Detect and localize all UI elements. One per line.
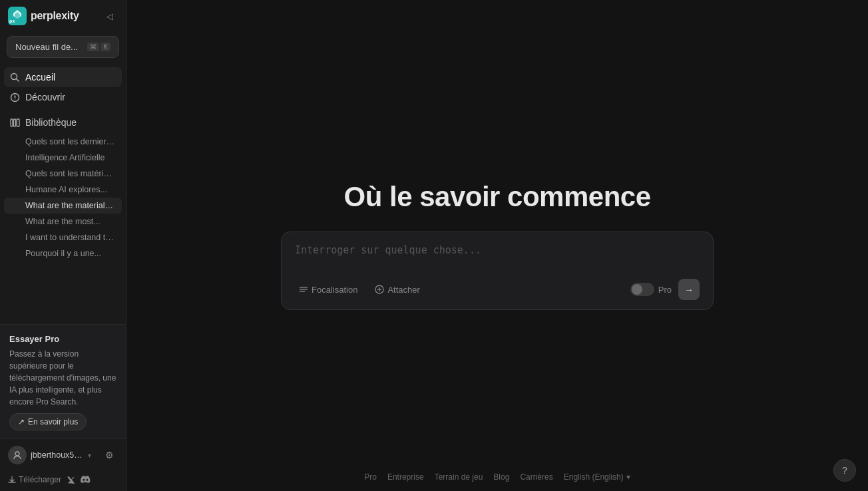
pro-upsell-section: Essayer Pro Passez à la version supérieu…	[0, 324, 126, 439]
help-icon: ?	[842, 465, 847, 476]
kbd-k: K	[101, 43, 110, 51]
download-icon	[8, 476, 16, 484]
pro-toggle[interactable]: Pro	[630, 283, 672, 296]
list-item[interactable]: Intelligence Artificielle	[4, 150, 122, 166]
books-icon	[9, 117, 20, 128]
collapse-sidebar-button[interactable]: ◁	[102, 8, 118, 24]
main-content: Où le savoir commence Focalisation	[126, 0, 868, 491]
svg-rect-7	[11, 119, 13, 126]
username: jbberthoux54...	[31, 450, 84, 460]
list-item[interactable]: Quels sont les matériau...	[4, 166, 122, 182]
send-button[interactable]: →	[678, 279, 700, 300]
search-toolbar: Focalisation Attacher Pro	[295, 279, 700, 300]
sidebar-bottom: jbberthoux54... ▾ ⚙	[0, 438, 126, 471]
library-header[interactable]: Bibliothèque	[4, 112, 122, 132]
download-label: Télécharger	[19, 475, 61, 484]
footer-lang-label: English (English)	[564, 472, 624, 482]
library-label: Bibliothèque	[25, 117, 77, 128]
sidebar: px perplexity ◁ Nouveau fil de... ⌘ K Ac…	[0, 0, 126, 491]
logo-text: perplexity	[31, 10, 79, 22]
svg-marker-6	[14, 97, 16, 100]
new-thread-label: Nouveau fil de...	[15, 42, 78, 52]
chevron-down-icon: ▾	[88, 452, 91, 459]
attach-label: Attacher	[387, 285, 419, 295]
new-thread-button[interactable]: Nouveau fil de... ⌘ K	[7, 36, 119, 58]
attach-button[interactable]: Attacher	[371, 282, 423, 297]
footer-language-selector[interactable]: English (English) ▾	[564, 472, 630, 482]
learn-more-arrow-icon: ↗	[18, 417, 25, 426]
attach-icon	[375, 285, 384, 294]
list-item[interactable]: What are the materials...	[4, 198, 122, 214]
footer-link-carrieres[interactable]: Carrières	[520, 472, 552, 482]
settings-icon: ⚙	[105, 450, 114, 460]
sidebar-social: Télécharger	[0, 471, 126, 491]
toggle-pill[interactable]	[630, 283, 654, 296]
pro-toggle-label: Pro	[658, 285, 672, 295]
toolbar-left: Focalisation Attacher	[295, 282, 424, 297]
sidebar-item-accueil[interactable]: Accueil	[4, 67, 122, 87]
svg-rect-9	[17, 119, 19, 126]
search-box[interactable]: Focalisation Attacher Pro	[281, 232, 714, 310]
twitter-item[interactable]	[67, 476, 75, 484]
sidebar-item-decouvrir[interactable]: Découvrir	[4, 87, 122, 107]
footer-link-blog[interactable]: Blog	[493, 472, 509, 482]
toggle-knob	[632, 284, 642, 295]
search-input[interactable]	[295, 244, 700, 268]
svg-text:px: px	[9, 19, 15, 24]
sidebar-header: px perplexity ◁	[0, 0, 126, 32]
download-item[interactable]: Télécharger	[8, 475, 61, 484]
footer-link-pro[interactable]: Pro	[364, 472, 377, 482]
svg-line-3	[16, 79, 19, 81]
focus-icon	[299, 285, 308, 294]
twitter-icon	[67, 476, 75, 484]
settings-button[interactable]: ⚙	[101, 446, 118, 464]
list-item[interactable]: Pourquoi il y a une...	[4, 246, 122, 261]
logo-area[interactable]: px perplexity	[8, 7, 79, 25]
avatar	[8, 446, 27, 464]
list-item[interactable]: Quels sont les derniers...	[4, 134, 122, 150]
search-icon	[9, 72, 20, 82]
pro-upsell-description: Passez à la version supérieure pour le t…	[9, 348, 116, 408]
new-thread-shortcut: ⌘ K	[87, 43, 110, 51]
pro-upsell-title: Essayer Pro	[9, 333, 116, 346]
learn-more-label: En savoir plus	[28, 417, 78, 426]
footer-link-entreprise[interactable]: Entreprise	[387, 472, 424, 482]
svg-point-10	[15, 452, 19, 456]
list-item[interactable]: What are the most...	[4, 214, 122, 230]
compass-icon	[9, 92, 20, 102]
hero-title: Où le savoir commence	[343, 181, 650, 213]
nav-section: Accueil Découvrir	[0, 65, 126, 110]
library-items: Quels sont les derniers... Intelligence …	[4, 134, 122, 261]
library-section: Bibliothèque Quels sont les derniers... …	[0, 110, 126, 324]
send-icon: →	[684, 285, 693, 295]
perplexity-logo: px	[8, 7, 27, 25]
svg-marker-5	[14, 94, 16, 98]
collapse-icon: ◁	[107, 11, 113, 21]
discord-item[interactable]	[81, 476, 91, 484]
learn-more-button[interactable]: ↗ En savoir plus	[9, 413, 87, 430]
footer-lang-chevron: ▾	[626, 472, 630, 482]
sidebar-item-accueil-label: Accueil	[25, 72, 55, 82]
list-item[interactable]: Humane AI explores...	[4, 182, 122, 198]
discord-icon	[81, 476, 91, 484]
list-item[interactable]: I want to understand th...	[4, 230, 122, 246]
kbd-cmd: ⌘	[87, 43, 99, 51]
user-area[interactable]: jbberthoux54... ▾	[8, 446, 101, 464]
footer-link-terrain[interactable]: Terrain de jeu	[435, 472, 483, 482]
focus-label: Focalisation	[312, 285, 357, 295]
toolbar-right: Pro →	[630, 279, 700, 300]
sidebar-item-decouvrir-label: Découvrir	[25, 92, 65, 102]
focus-button[interactable]: Focalisation	[295, 282, 361, 297]
help-button[interactable]: ?	[833, 459, 856, 482]
svg-rect-8	[13, 119, 15, 126]
footer: Pro Entreprise Terrain de jeu Blog Carri…	[364, 472, 630, 482]
